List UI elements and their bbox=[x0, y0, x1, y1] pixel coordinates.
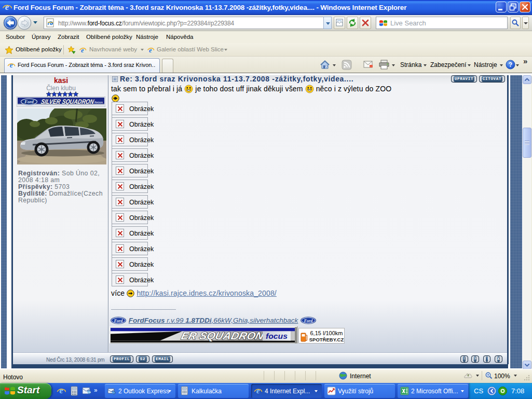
svg-text:ER SQUADRON: ER SQUADRON bbox=[180, 330, 265, 341]
svg-text:e: e bbox=[60, 386, 63, 395]
svg-text:Ford: Ford bbox=[304, 319, 313, 323]
svg-text:focus: focus bbox=[94, 101, 103, 104]
svg-text:e: e bbox=[5, 2, 9, 12]
svg-text:e: e bbox=[149, 46, 152, 54]
svg-text:focus: focus bbox=[266, 332, 288, 340]
svg-text:Ford: Ford bbox=[24, 99, 34, 104]
svg-text:Ford: Ford bbox=[114, 319, 123, 323]
svg-text:e: e bbox=[81, 46, 84, 54]
svg-text:?: ? bbox=[509, 61, 512, 68]
svg-text:SILVER SQUADRON: SILVER SQUADRON bbox=[40, 99, 95, 106]
